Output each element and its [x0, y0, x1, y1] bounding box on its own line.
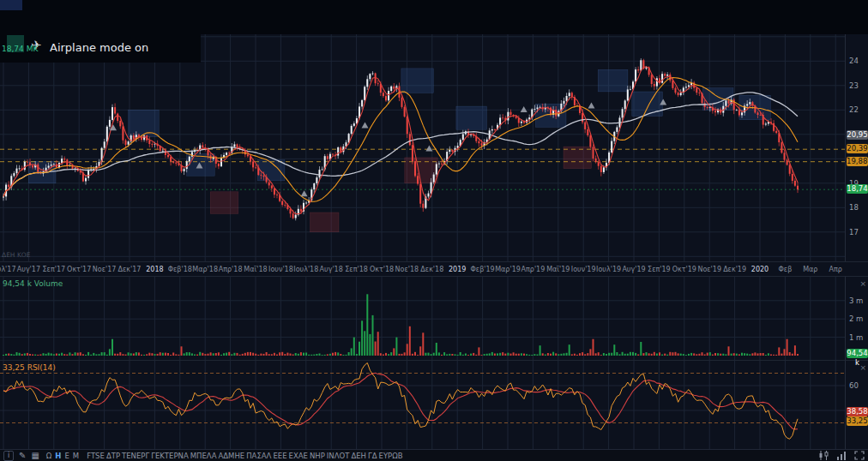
volume-bar — [635, 353, 636, 356]
volume-bar — [279, 352, 280, 356]
price-legend: 18,74 ΜΚ — [2, 45, 38, 53]
timeframe-group: ΩΗΕΜ — [45, 452, 81, 460]
volume-bar — [56, 354, 57, 356]
close-icon[interactable]: × — [859, 280, 866, 287]
candle — [377, 83, 379, 84]
candle — [237, 144, 238, 147]
volume-bar — [223, 353, 225, 356]
candle — [688, 86, 690, 87]
info-icon[interactable]: i — [3, 451, 14, 461]
timeframe-Μ[interactable]: Μ — [71, 452, 81, 460]
rsi-axis[interactable]: × 604038,5833,25 — [845, 360, 868, 450]
volume-bar — [231, 354, 232, 356]
candle — [332, 154, 334, 155]
symbol-tab-ΔΕΗ[interactable]: ΔΕΗ — [350, 452, 367, 460]
candle — [48, 166, 50, 168]
symbol-tab-ΓΕΚΤΕΡΝΑ[interactable]: ΓΕΚΤΕΡΝΑ — [150, 452, 190, 460]
candle — [765, 123, 767, 124]
symbol-tab-ΝΗΡ[interactable]: ΝΗΡ — [309, 452, 326, 460]
volume-bar — [484, 354, 485, 356]
volume-bar — [290, 354, 292, 356]
volume-chart[interactable] — [0, 277, 845, 361]
projection-box[interactable] — [632, 92, 663, 117]
volume-bar — [449, 354, 450, 356]
trade-marker[interactable] — [110, 124, 117, 130]
candle — [698, 93, 700, 93]
symbol-tab-ΕΧΑΕ[interactable]: ΕΧΑΕ — [288, 452, 309, 460]
candle — [433, 175, 435, 183]
volume-bar — [754, 352, 756, 356]
projection-box[interactable] — [129, 110, 160, 136]
time-label: Φεβ'18 — [168, 266, 192, 273]
volume-legend: 94,54 k Volume — [3, 279, 63, 288]
trade-marker[interactable] — [362, 122, 369, 128]
candle — [119, 121, 121, 126]
time-axis[interactable]: Ιουλ'17Αυγ'17Σεπ'17Οκτ'17Νοε'17Δεκ'17201… — [0, 261, 868, 277]
candle — [388, 91, 389, 100]
volume-bar — [361, 320, 363, 356]
expand-icon[interactable] — [854, 451, 865, 460]
candle — [507, 112, 509, 121]
draw-icon[interactable]: ✎ — [19, 452, 26, 460]
volume-bar — [101, 352, 103, 356]
trade-marker[interactable] — [521, 106, 527, 112]
timeframe-Ω[interactable]: Ω — [45, 452, 54, 460]
volume-bar — [93, 353, 94, 356]
volume-bar — [80, 352, 81, 356]
trade-marker[interactable] — [425, 146, 432, 152]
rsi-pane[interactable]: 33,25 RSI(14) — [0, 360, 845, 450]
symbol-tab-ΕΥΡΩΒ[interactable]: ΕΥΡΩΒ — [378, 452, 404, 460]
symbol-tab-FTSE[interactable]: FTSE — [86, 452, 105, 460]
timeframe-Ε[interactable]: Ε — [63, 452, 70, 460]
volume-bar — [359, 342, 360, 356]
trade-marker[interactable] — [301, 190, 308, 196]
projection-box[interactable] — [210, 192, 238, 214]
projection-box[interactable] — [598, 69, 628, 92]
symbol-tab-ΤΕΝΕΡΓ[interactable]: ΤΕΝΕΡΓ — [121, 452, 150, 460]
projection-box[interactable] — [310, 213, 340, 232]
volume-bar — [513, 352, 515, 356]
candle — [16, 169, 18, 174]
projection-box[interactable] — [401, 69, 433, 93]
candle — [622, 109, 624, 117]
time-label: Ιουν'18 — [268, 266, 293, 273]
volume-axis[interactable]: × 3 m2 m1 m94,54 k — [845, 276, 868, 361]
volume-pane[interactable]: 94,54 k Volume — [0, 276, 845, 361]
candle — [104, 141, 105, 147]
volume-bar — [470, 354, 472, 356]
candle — [114, 107, 116, 113]
candle — [678, 93, 679, 95]
symbol-tab-ΜΠΕΛΑ[interactable]: ΜΠΕΛΑ — [190, 452, 218, 460]
symbol-tab-ΠΑΣΑΛ[interactable]: ΠΑΣΑΛ — [245, 452, 272, 460]
candle — [409, 134, 411, 145]
close-icon[interactable]: × — [859, 364, 866, 371]
volume-bar — [630, 352, 631, 356]
histogram-icon[interactable] — [836, 451, 847, 460]
candlestick-chart[interactable] — [0, 34, 845, 261]
rsi-chart[interactable] — [0, 361, 845, 450]
candle — [627, 89, 629, 100]
candle — [781, 142, 782, 153]
candle — [117, 114, 118, 121]
volume-bar — [473, 353, 474, 356]
price-chart-pane[interactable]: 18,74 ΜΚ ΔΕΗ ΚΟΕ — [0, 34, 845, 261]
volume-bar — [510, 354, 512, 356]
symbol-tab-ΙΝΛΟΤ[interactable]: ΙΝΛΟΤ — [326, 452, 351, 460]
layout-grid-icon[interactable]: ▦ — [31, 452, 39, 460]
timeframe-Η[interactable]: Η — [53, 452, 63, 460]
volume-bar — [329, 354, 331, 356]
symbol-tab-ΕΕΕ[interactable]: ΕΕΕ — [272, 452, 287, 460]
volume-bar — [395, 338, 397, 356]
trade-marker[interactable] — [588, 103, 595, 109]
projection-box[interactable] — [564, 147, 592, 169]
volume-bar — [316, 354, 317, 356]
volume-bar — [693, 353, 695, 356]
projection-box[interactable] — [456, 106, 487, 129]
price-axis[interactable]: 24232219181720,9520,3919,88018,74 — [845, 34, 868, 261]
symbol-tab-ΔΤΡ[interactable]: ΔΤΡ — [105, 452, 121, 460]
candle — [274, 189, 275, 195]
candlestick-icon[interactable] — [818, 451, 829, 460]
symbol-tab-ΓΔ[interactable]: ΓΔ — [367, 452, 378, 460]
symbol-tab-ΑΔΜΗΕ[interactable]: ΑΔΜΗΕ — [217, 452, 245, 460]
volume-bar — [220, 355, 222, 356]
